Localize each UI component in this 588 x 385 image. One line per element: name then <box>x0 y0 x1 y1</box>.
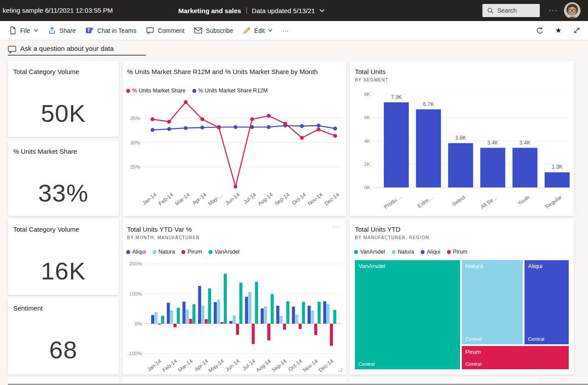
refresh-button[interactable] <box>530 21 549 40</box>
bar[interactable] <box>255 282 258 324</box>
bar[interactable] <box>271 294 274 324</box>
bar[interactable] <box>280 316 283 324</box>
bar[interactable] <box>151 315 154 324</box>
treemap-block[interactable] <box>524 260 569 344</box>
kpi-tile-total-category-volume[interactable]: Total Category Volume 50K <box>8 61 119 137</box>
bar[interactable] <box>161 316 164 324</box>
file-menu-button[interactable]: File <box>4 21 43 40</box>
data-point[interactable] <box>250 117 254 121</box>
column-chart-tile[interactable]: Total Units BY SEGMENT 0K2K4K6K8K7.3KPro… <box>350 61 574 216</box>
bar[interactable] <box>182 302 185 324</box>
bar[interactable] <box>198 286 201 324</box>
column-chart[interactable]: 0K2K4K6K8K7.3KProdu…6.7KExtre…3.8KSelect… <box>350 61 574 216</box>
bar[interactable] <box>214 302 217 324</box>
data-point[interactable] <box>151 128 155 132</box>
bar[interactable] <box>513 148 538 188</box>
data-point[interactable] <box>217 126 221 130</box>
kpi-tile-sentiment[interactable]: Sentiment 68 <box>8 298 119 374</box>
bar[interactable] <box>264 306 267 324</box>
bar[interactable] <box>202 306 205 324</box>
subscribe-button[interactable]: Subscribe <box>189 21 238 40</box>
data-point[interactable] <box>283 122 287 126</box>
bar[interactable] <box>158 324 161 325</box>
bar[interactable] <box>480 148 505 188</box>
bar[interactable] <box>448 143 473 187</box>
grouped-bar-chart-tile[interactable]: Total Units YTD Var % BY MONTH, MANUFACT… <box>123 219 346 374</box>
data-point[interactable] <box>184 100 188 104</box>
line-chart[interactable]: 25%30%35%Jan-14Feb-14Mar-14Apr-14May-…Ju… <box>123 61 346 216</box>
fullscreen-button[interactable] <box>567 21 586 40</box>
edit-menu-button[interactable]: Edit <box>238 21 277 40</box>
bar[interactable] <box>261 308 264 324</box>
data-point[interactable] <box>167 120 171 124</box>
bar[interactable] <box>167 303 170 324</box>
bar[interactable] <box>174 324 177 327</box>
bar[interactable] <box>545 172 570 187</box>
bar[interactable] <box>208 288 211 324</box>
data-point[interactable] <box>151 117 155 121</box>
chat-in-teams-button[interactable]: T Chat in Teams <box>81 21 141 40</box>
bar[interactable] <box>170 311 173 324</box>
bar[interactable] <box>155 312 158 324</box>
chevron-down-icon[interactable] <box>319 9 325 12</box>
bar[interactable] <box>205 319 208 324</box>
toolbar-more-button[interactable]: ··· <box>277 21 293 40</box>
data-point[interactable] <box>267 114 271 118</box>
bar[interactable] <box>308 306 311 324</box>
treemap-block[interactable] <box>355 260 460 369</box>
bar[interactable] <box>295 315 298 324</box>
data-point[interactable] <box>250 125 254 129</box>
bar[interactable] <box>177 308 180 324</box>
bar[interactable] <box>224 274 227 324</box>
share-button[interactable]: Share <box>43 21 81 40</box>
bar[interactable] <box>276 306 280 324</box>
data-point[interactable] <box>167 127 171 131</box>
bar[interactable] <box>248 292 251 324</box>
treemap-block[interactable] <box>462 260 523 344</box>
data-point[interactable] <box>200 126 204 130</box>
tile-resize-handle[interactable] <box>338 368 342 371</box>
bar[interactable] <box>186 310 189 324</box>
bar[interactable] <box>251 324 255 344</box>
bar[interactable] <box>192 304 195 324</box>
bar[interactable] <box>230 321 233 324</box>
bar[interactable] <box>330 324 333 346</box>
bar[interactable] <box>302 302 305 324</box>
dashboard-title-group[interactable]: Marketing and sales | Data updated 5/13/… <box>178 0 325 21</box>
bar[interactable] <box>283 324 286 330</box>
data-point[interactable] <box>184 126 188 130</box>
grouped-bar-chart[interactable]: -100%0%100%200%Jan-14Feb-14Mar-14Apr-14M… <box>123 219 346 374</box>
bar[interactable] <box>326 304 329 324</box>
data-point[interactable] <box>200 117 204 121</box>
bar[interactable] <box>217 300 220 324</box>
data-point[interactable] <box>317 124 321 127</box>
line-chart-tile[interactable]: % Units Market Share R12M and % Units Ma… <box>123 61 346 216</box>
bar[interactable] <box>311 311 314 324</box>
bar[interactable] <box>333 310 337 324</box>
data-point[interactable] <box>234 125 237 129</box>
bar[interactable] <box>233 315 236 324</box>
bar[interactable] <box>323 301 326 324</box>
qna-input[interactable]: Ask a question about your data <box>8 44 146 56</box>
data-point[interactable] <box>234 185 237 189</box>
bar[interactable] <box>286 301 289 324</box>
data-point[interactable] <box>300 124 304 128</box>
bar[interactable] <box>267 324 270 340</box>
topbar-more-button[interactable]: ··· <box>546 0 561 21</box>
treemap-chart[interactable]: VanArsdelCentralNaturaCentralAliquiCentr… <box>350 219 574 374</box>
avatar[interactable] <box>564 2 581 19</box>
bar[interactable] <box>239 283 242 324</box>
bar[interactable] <box>416 109 441 187</box>
bar[interactable] <box>314 324 317 335</box>
bar[interactable] <box>236 324 239 335</box>
bar[interactable] <box>299 324 302 329</box>
data-point[interactable] <box>267 125 271 129</box>
bar[interactable] <box>292 307 295 324</box>
data-point[interactable] <box>333 127 337 131</box>
data-point[interactable] <box>317 127 321 131</box>
treemap-tile[interactable]: Total Units YTD BY MANUFACTURER, REGION … <box>350 219 574 374</box>
search-input[interactable]: Search <box>482 4 540 17</box>
bar[interactable] <box>220 322 223 324</box>
bar[interactable] <box>318 302 321 324</box>
kpi-tile-total-category-volume-2[interactable]: Total Category Volume 16K <box>8 219 119 295</box>
